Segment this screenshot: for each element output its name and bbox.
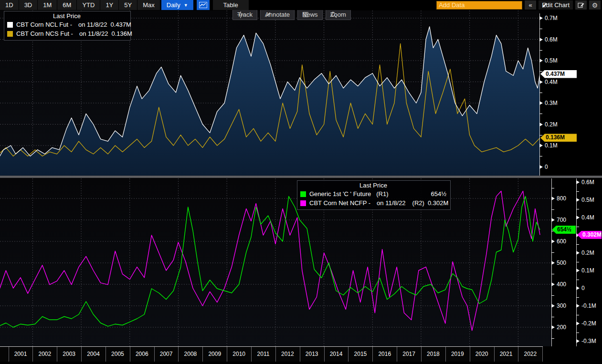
table-button[interactable]: Table (213, 0, 249, 10)
range-button-1m[interactable]: 1M (38, 0, 57, 10)
bottom-r1-axis-line (551, 178, 552, 346)
axis-tick-label: 0.4M (545, 78, 558, 86)
settings-button[interactable]: ⚙ (589, 0, 601, 10)
axis-tick-label: 800 (557, 195, 566, 202)
x-axis-year-label: 2012 (275, 351, 300, 357)
axis-tick-label: 0.4M (581, 214, 594, 221)
last-value-badge: 0.302M (577, 231, 602, 239)
range-button-ytd[interactable]: YTD (77, 0, 100, 10)
double-chevron-left-icon: « (529, 1, 532, 9)
axis-tick-label: 500 (557, 259, 566, 267)
axis-tick-label: 0.1M (581, 267, 594, 274)
bottom-panel-legend: Last Price Generic 1st 'C ' Future (R1) … (297, 180, 451, 210)
range-button-6m[interactable]: 6M (57, 0, 77, 10)
range-button-1d[interactable]: 1D (0, 0, 19, 10)
x-axis-year-label: 2019 (445, 351, 470, 357)
last-value-badge: 0.136M (540, 134, 577, 142)
range-button-max[interactable]: Max (137, 0, 160, 10)
pencil-icon (542, 2, 548, 8)
axis-tick-label: -0.3M (581, 337, 596, 345)
bottom-r1-axis: 800700600500400300200 (551, 0, 576, 364)
axis-tick-label: 0.7M (545, 14, 558, 22)
x-axis-year-label: 2005 (106, 351, 130, 357)
x-axis-year-label: 2021 (494, 351, 518, 357)
axis-tick-label: 0 (581, 284, 585, 292)
legend-item-ncl[interactable]: CBT Corn NCL Fut - on 11/8/22 0.437M (7, 20, 127, 29)
annotate-button[interactable]: Annotate (260, 9, 295, 20)
collapse-panel-button[interactable]: « (525, 0, 536, 10)
range-button-1y[interactable]: 1Y (100, 0, 119, 10)
period-label: Daily (167, 1, 180, 9)
axis-tick-label: 0.2M (545, 121, 558, 128)
x-axis-year-label: 2003 (57, 351, 81, 357)
x-axis-year-label: 2002 (32, 351, 57, 357)
range-button-5y[interactable]: 5Y (119, 0, 137, 10)
axis-tick-label: 700 (557, 216, 566, 224)
x-axis-year-label: 2007 (154, 351, 179, 357)
track-icon (237, 11, 244, 18)
axis-tick-label: 0.6M (581, 178, 594, 186)
period-dropdown[interactable]: Daily ▼ (161, 0, 194, 10)
x-axis-year-label: 2018 (421, 351, 445, 357)
axis-tick-label: 0 (545, 163, 548, 171)
x-axis-years: 2001200220032004200520062007200820092010… (0, 346, 543, 362)
x-axis-year-label: 2010 (227, 351, 251, 357)
track-button[interactable]: Track (232, 9, 257, 20)
zoom-button[interactable]: Zoom (326, 9, 351, 20)
bloomberg-chart-window: 1D3D1M6MYTD1Y5YMax Daily ▼ Table « Edit … (0, 0, 602, 364)
top-right-axis-line (539, 13, 540, 176)
legend-item-net-ncfp[interactable]: CBT Corn Net NCFP - on 11/8/22 (R2) 0.30… (300, 198, 446, 208)
legend-title: Last Price (7, 12, 127, 20)
series-swatch-green (300, 191, 306, 197)
panel-divider[interactable] (0, 176, 602, 178)
x-axis-year-label: 2001 (9, 351, 33, 357)
x-axis-year-label: 2013 (300, 351, 324, 357)
x-axis-year-label: 2015 (348, 351, 372, 357)
x-axis-year-label: 2006 (130, 351, 154, 357)
top-panel-legend: Last Price CBT Corn NCL Fut - on 11/8/22… (4, 11, 131, 41)
axis-tick-label: 0.1M (545, 142, 558, 149)
range-button-3d[interactable]: 3D (19, 0, 38, 10)
news-button[interactable]: News (297, 9, 323, 20)
chart-toolbar: TrackAnnotateNewsZoom (232, 9, 351, 20)
x-axis-year-label: 2004 (81, 351, 106, 357)
series-swatch-magenta (300, 200, 306, 206)
x-axis-year-label: 2017 (397, 351, 421, 357)
bottom-r2-axis-line (576, 178, 577, 346)
legend-item-corn-future[interactable]: Generic 1st 'C ' Future (R1) 654½ (300, 189, 446, 198)
range-tabs: 1D3D1M6MYTD1Y5YMax (0, 0, 160, 10)
x-axis-year-label: 2022 (518, 351, 542, 357)
axis-tick-label: 200 (557, 323, 566, 331)
add-data-input[interactable] (436, 1, 522, 10)
x-axis-year-label: 2020 (470, 351, 494, 357)
edit-chart-button[interactable]: Edit Chart (539, 0, 573, 10)
x-axis-year-label: 2008 (178, 351, 202, 357)
axis-tick-label: 600 (557, 238, 566, 245)
bottom-chart-plot[interactable] (0, 178, 551, 346)
x-axis-year-label: 2014 (324, 351, 349, 357)
chart-annotation-settings-button[interactable] (575, 0, 587, 10)
series-swatch-yellow (7, 31, 13, 37)
axis-tick-label: -0.2M (581, 320, 596, 327)
series-swatch-white (7, 22, 13, 28)
toolbar-right-cluster: « Edit Chart ⚙ (436, 0, 602, 10)
annotate-icon (265, 11, 272, 18)
bottom-r2-axis: 0.6M0.5M0.4M0.3M0.2M0.1M0-0.1M-0.2M-0.3M (576, 0, 602, 364)
main-toolbar: 1D3D1M6MYTD1Y5YMax Daily ▼ Table « Edit … (0, 0, 602, 10)
axis-tick-label: 0.5M (581, 196, 594, 204)
x-axis-year-label: 2011 (251, 351, 275, 357)
legend-item-ncs[interactable]: CBT Corn NCS Fut - on 11/8/22 0.136M (7, 29, 127, 38)
chart-type-button[interactable] (197, 0, 210, 10)
axis-tick-label: 0.2M (581, 249, 594, 257)
axis-tick-label: 0.6M (545, 36, 558, 43)
chevron-down-icon: ▼ (184, 3, 188, 8)
legend-title: Last Price (300, 182, 446, 189)
news-icon (302, 11, 309, 18)
axis-tick-label: -0.1M (581, 302, 596, 310)
x-axis-year-label: 2009 (202, 351, 227, 357)
line-chart-icon (199, 2, 207, 8)
note-edit-icon (578, 2, 584, 8)
last-value-badge: 0.437M (540, 70, 577, 78)
axis-tick-label: 0.3M (545, 99, 558, 107)
axis-tick-label: 300 (557, 302, 566, 310)
